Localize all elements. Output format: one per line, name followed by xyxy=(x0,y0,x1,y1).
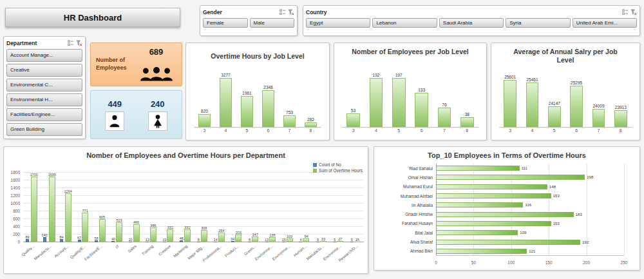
legend-swatch xyxy=(313,163,317,167)
x-label: 7 xyxy=(433,128,455,136)
female-kpi: 240 xyxy=(148,99,167,131)
x-label-slot: Sales xyxy=(126,244,142,271)
plot-area: 531921971337638 xyxy=(342,73,478,128)
value-label: 183 xyxy=(576,213,582,216)
bar-wrap: 254 xyxy=(218,173,225,242)
y-tick-label: 1400 xyxy=(11,186,20,190)
bar xyxy=(438,108,451,127)
bar-wrap: 771 xyxy=(82,173,88,242)
x-tick-label: 100 xyxy=(507,260,515,265)
bar-wrap: 309 xyxy=(201,173,207,242)
bar-group-environme: 15103 xyxy=(279,173,296,242)
slicer-item-green-building[interactable]: Green Building xyxy=(6,123,82,136)
slicer-item-lebanon[interactable]: Lebanon xyxy=(372,18,437,28)
x-label: 8 xyxy=(456,128,478,136)
bar-green xyxy=(150,227,156,242)
bar-wrap: 27 xyxy=(337,173,343,242)
bar-blue xyxy=(214,242,217,242)
multiselect-icon[interactable] xyxy=(622,9,629,15)
bar-track: 116 xyxy=(436,200,624,209)
value-label: 153 xyxy=(553,194,560,198)
bar-column: 38 xyxy=(456,73,478,127)
x-label: Quality... xyxy=(21,244,35,257)
clear-filter-icon[interactable] xyxy=(630,9,637,15)
bar-wrap: 89 xyxy=(26,173,30,242)
category-label: Muhamad Eurul xyxy=(379,184,436,189)
bar-column: 25601 xyxy=(499,73,521,127)
slicer-item-environmental-h[interactable]: Environmental H... xyxy=(6,93,82,106)
multiselect-icon[interactable] xyxy=(279,9,286,15)
value-label: 24147 xyxy=(549,101,560,106)
x-label: 3 xyxy=(342,128,365,136)
bar-track: 111 xyxy=(436,164,624,173)
bar-blue xyxy=(163,242,166,242)
bar-group-major-mfg: 8309 xyxy=(194,173,211,242)
value-label: 76 xyxy=(442,102,446,107)
bar-wrap: 20 xyxy=(128,173,132,242)
slicer-item-male[interactable]: Male xyxy=(250,18,295,28)
bar-track: 198 xyxy=(436,173,624,182)
bar-blue xyxy=(265,242,269,242)
slicer-item-syria[interactable]: Syria xyxy=(506,18,570,28)
clear-filter-icon[interactable] xyxy=(76,40,82,46)
employees-kpi-label: Number of Employees xyxy=(96,57,136,72)
value-label: 148 xyxy=(549,185,556,189)
bar xyxy=(436,249,527,254)
slicer-item-united-arab-emi[interactable]: United Arab Emi... xyxy=(573,18,637,28)
bar xyxy=(262,90,274,127)
value-label: 282 xyxy=(307,117,314,122)
bar-green xyxy=(303,238,309,242)
bar-rows: Riad Sahalul111Omar Hishan198Muhamad Eur… xyxy=(379,164,624,256)
bar-blue xyxy=(197,242,200,242)
y-tick-label: 400 xyxy=(13,224,20,229)
legend-label: Sum of Overtime Hours xyxy=(319,168,363,173)
bar-green xyxy=(218,233,225,242)
gender-slicer-items: FemaleMale xyxy=(203,18,294,28)
bar-blue xyxy=(282,242,285,242)
bar-blue xyxy=(129,242,132,242)
bar-wrap: 4 xyxy=(299,173,302,242)
bar-wrap: 332 xyxy=(184,173,191,242)
multiselect-icon[interactable] xyxy=(68,40,74,46)
page-title: HR Dashboard xyxy=(64,13,122,23)
bar-blue xyxy=(26,239,29,242)
x-tick-label: 250 xyxy=(621,260,628,265)
clear-filter-icon[interactable] xyxy=(288,9,294,15)
slicer-item-female[interactable]: Female xyxy=(203,18,248,28)
x-label: 6 xyxy=(258,128,279,136)
category-label: Ahmad Bikri xyxy=(379,249,436,253)
bar-green xyxy=(337,241,343,242)
bar-wrap: 605 xyxy=(99,173,106,242)
overtime-by-level-chart-panel: Overtime Hours by Job Level 820327719612… xyxy=(185,43,330,140)
bar xyxy=(592,109,605,127)
bar-track: 153 xyxy=(436,191,624,200)
country-slicer: Country EgyptLebanonSaudi ArabiaSyriaUni… xyxy=(303,5,640,36)
bar-wrap: 140 xyxy=(41,173,47,242)
slicer-item-account-manage[interactable]: Account Manage... xyxy=(6,49,82,62)
bar xyxy=(220,78,232,127)
bar-blue xyxy=(299,242,302,242)
chart-title: Average of Annual Salry per Job Level xyxy=(491,43,639,64)
chart-title: Top_10 Employees in Terms of Overtime Ho… xyxy=(374,151,639,159)
male-icon xyxy=(108,114,122,128)
category-label: Muhamad Alrifaei xyxy=(379,194,436,198)
bar-wrap: 1699 xyxy=(48,173,56,242)
bar-blue xyxy=(180,240,183,242)
slicer-item-creative[interactable]: Creative xyxy=(6,64,82,77)
category-label: Aliya Sharaf xyxy=(379,240,436,244)
bar-group-training: 13386 xyxy=(142,173,159,242)
x-tick-label: 150 xyxy=(545,260,553,265)
slicer-item-saudi-arabia[interactable]: Saudi Arabia xyxy=(439,18,504,28)
bar-column: 1961 xyxy=(236,73,258,127)
bar-green xyxy=(354,242,361,242)
slicer-item-egypt[interactable]: Egypt xyxy=(306,18,370,28)
slicer-item-environmental-c[interactable]: Environmental C... xyxy=(6,79,82,91)
x-label: IT xyxy=(115,244,120,249)
bar-green xyxy=(31,177,37,242)
dashboard-title-bar: HR Dashboard xyxy=(5,8,180,27)
category-label: Omar Hishan xyxy=(379,175,436,180)
bar-blue xyxy=(60,239,63,242)
slicer-item-facilities-enginee[interactable]: Facilities/Enginee... xyxy=(6,108,82,121)
gender-kpi-card: 449 240 xyxy=(90,90,182,139)
bar-green xyxy=(269,237,276,242)
